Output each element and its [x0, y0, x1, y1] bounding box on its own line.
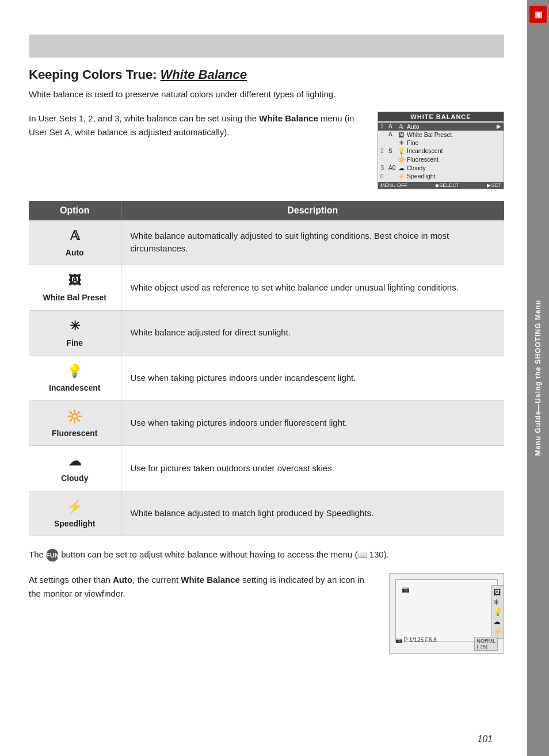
description-cell: White balance automatically adjusted to … — [121, 220, 504, 265]
viewfinder-top-icon: 📷 — [402, 586, 410, 593]
camera-menu-row: 🔆 Fluorescent — [378, 155, 504, 164]
vf-bottom-info: 📷 P 1/125 F6.8 — [395, 637, 437, 651]
footer2-bold1: Auto — [113, 575, 132, 585]
sidebar-icon-symbol: ▣ — [535, 10, 542, 19]
table-row: 💡 Incandescent Use when taking pictures … — [29, 356, 504, 401]
col-option-header: Option — [29, 201, 121, 220]
table-row: 🔆 Fluorescent Use when taking pictures i… — [29, 400, 504, 446]
intro-text: White balance is used to preserve natura… — [29, 88, 504, 101]
intro-left: In User Sets 1, 2, and 3, white balance … — [29, 112, 366, 139]
page-number: 101 — [477, 734, 493, 744]
viewfinder-icons-right: 🖼 ✳ 💡 ☁ ⚡ — [491, 585, 504, 639]
option-icon-cloudy: ☁ — [38, 452, 112, 471]
option-cell: 𝔸 Auto — [29, 220, 121, 265]
bottom-text: At settings other than Auto, the current… — [29, 573, 372, 601]
bottom-section: At settings other than Auto, the current… — [29, 573, 504, 654]
footer2-pre: At settings other than — [29, 575, 113, 585]
footer1-end: ). — [384, 549, 389, 559]
description-cell: White balance adjusted for direct sunlig… — [121, 310, 504, 356]
option-cell: 🖼 White Bal Preset — [29, 265, 121, 311]
table-row: 𝔸 Auto White balance automatically adjus… — [29, 220, 504, 265]
intro2-left: In User Sets 1, 2, and 3, white balance … — [29, 113, 259, 123]
option-icon-auto: 𝔸 — [38, 226, 112, 245]
description-cell: Use when taking pictures indoors under i… — [121, 356, 504, 401]
option-icon-fine: ✳ — [38, 316, 112, 335]
options-table: Option Description 𝔸 Auto White balance … — [29, 201, 504, 537]
title-italic: White Balance — [161, 67, 247, 82]
option-label-wbp: White Bal Preset — [43, 293, 106, 302]
page-wrapper: Keeping Colors True: White Balance White… — [0, 0, 549, 756]
option-cell: 🔆 Fluorescent — [29, 400, 121, 446]
viewfinder-bottom-bar: 📷 P 1/125 F6.8 NORML( 25) — [395, 637, 498, 651]
description-cell: White object used as reference to set wh… — [121, 265, 504, 311]
description-cell: White balance adjusted to match light pr… — [121, 491, 504, 536]
footer1-ref: 130 — [369, 549, 384, 559]
page-header-bar — [29, 35, 504, 58]
vf-icon-fine: ✳ — [493, 598, 502, 606]
option-label-auto: Auto — [66, 248, 84, 257]
camera-menu-row: A 🖼 White Bal Preset — [378, 131, 504, 139]
footer1-post: button can be set to adjust white balanc… — [59, 549, 358, 559]
option-cell: ✳ Fine — [29, 310, 121, 356]
vf-badge: NORML( 25) — [474, 637, 498, 651]
intro2-bold: White Balance — [259, 113, 318, 123]
vf-icon-speedlight: ⚡ — [493, 627, 502, 636]
option-label-fluorescent: Fluorescent — [52, 429, 97, 438]
option-label-speedlight: Speedlight — [54, 519, 96, 528]
footer2-bold2: White Balance — [181, 575, 240, 585]
option-cell: ⚡ Speedlight — [29, 491, 121, 536]
camera-menu-row: 0 ⚡ Speedlight — [378, 172, 504, 181]
camera-menu-footer: MENU OFF ◆SELECT ▶SET — [378, 182, 504, 189]
page-title: Keeping Colors True: White Balance — [29, 67, 504, 82]
footer2-mid: , the current — [132, 575, 181, 585]
intro-span: White balance is used to preserve natura… — [29, 89, 336, 99]
title-plain: Keeping Colors True: — [29, 67, 161, 82]
table-row: ☁ Cloudy Use for pictures taken outdoors… — [29, 446, 504, 491]
option-label-cloudy: Cloudy — [61, 474, 88, 483]
camera-menu-body: 1 A 𝔸 Auto ▶ A 🖼 White Bal Preset — [378, 121, 504, 182]
option-cell: ☁ Cloudy — [29, 446, 121, 491]
func-button-icon: FUNC — [46, 549, 59, 562]
viewfinder-image: 📷 🖼 ✳ 💡 ☁ ⚡ 📷 P 1/125 F6.8 NORML( 25) — [389, 573, 504, 654]
col-description-header: Description — [121, 201, 504, 220]
option-icon-incandescent: 💡 — [38, 361, 112, 380]
camera-menu-header: WHITE BALANCE — [378, 112, 504, 121]
vf-icon-cloudy: ☁ — [493, 617, 502, 626]
option-icon-fluorescent: 🔆 — [38, 407, 112, 426]
sidebar-icon: ▣ — [529, 6, 547, 23]
two-col-intro: In User Sets 1, 2, and 3, white balance … — [29, 112, 504, 189]
camera-menu-image: WHITE BALANCE 1 A 𝔸 Auto ▶ A 🖼 — [378, 112, 504, 189]
viewfinder-inner: 📷 — [395, 579, 498, 642]
footer-text-1: The FUNC button can be set to adjust whi… — [29, 548, 504, 562]
camera-menu-row: S A0 ☁ Cloudy — [378, 164, 504, 172]
camera-menu-row: 2 S 💡 Incandescent — [378, 147, 504, 155]
description-cell: Use when taking pictures indoors under f… — [121, 400, 504, 446]
option-label-fine: Fine — [66, 338, 83, 348]
vf-icon-incandescent: 💡 — [493, 608, 502, 616]
option-icon-speedlight: ⚡ — [38, 497, 112, 516]
table-row: 🖼 White Bal Preset White object used as … — [29, 265, 504, 311]
description-cell: Use for pictures taken outdoors under ov… — [121, 446, 504, 491]
camera-menu-row: 1 A 𝔸 Auto ▶ — [378, 123, 504, 131]
sidebar-tab: Menu Guide—Using the SHOOTING Menu — [534, 294, 542, 461]
table-row: ✳ Fine White balance adjusted for direct… — [29, 310, 504, 356]
main-content: Keeping Colors True: White Balance White… — [0, 0, 527, 756]
option-cell: 💡 Incandescent — [29, 356, 121, 401]
option-label-incandescent: Incandescent — [49, 383, 100, 392]
option-icon-wbp: 🖼 — [38, 271, 112, 290]
table-row: ⚡ Speedlight White balance adjusted to m… — [29, 491, 504, 536]
footer1-pre: The — [29, 549, 46, 559]
vf-icon-wbp: 🖼 — [493, 588, 502, 597]
camera-menu-row: ✳ Fine — [378, 139, 504, 147]
right-sidebar: ▣ Menu Guide—Using the SHOOTING Menu — [527, 0, 549, 756]
